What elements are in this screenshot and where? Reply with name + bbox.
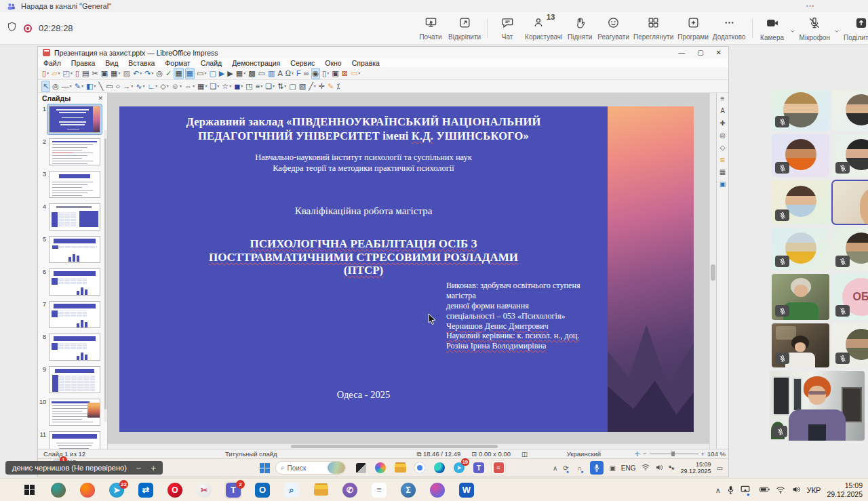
slide-thumbnail-2[interactable]: 2 — [38, 137, 107, 167]
minimize-icon[interactable]: — — [678, 49, 685, 56]
toolbar-icon-31[interactable]: ▭▾ — [350, 68, 361, 79]
toolbar-icon-17[interactable]: ▶ — [218, 68, 225, 79]
menu-Вставка[interactable]: Вставка — [128, 59, 155, 67]
toolbar-icon-11[interactable]: ◎ — [155, 68, 163, 79]
meet-button-camera[interactable]: Камера — [757, 13, 788, 44]
toolbar-icon-11[interactable]: ◇▾ — [159, 81, 169, 92]
host-app-telegram[interactable]: ➤22 — [108, 481, 125, 499]
tray-chevron-icon[interactable]: ∧ — [553, 464, 557, 472]
shared-app-explorer[interactable] — [393, 461, 407, 475]
toolbar-icon-6[interactable]: ▭ — [105, 81, 113, 92]
toolbar-icon-28[interactable]: ▯▾ — [321, 68, 330, 79]
toolbar-icon-7[interactable]: ○ — [115, 81, 121, 92]
toolbar-icon-4[interactable]: ◧▾ — [85, 81, 96, 92]
shared-app-teams[interactable]: T — [472, 461, 486, 475]
participant-tile-10[interactable]: ОБ — [832, 274, 868, 320]
vertical-scrollbar[interactable] — [709, 93, 716, 449]
toolbar-icon-12[interactable]: ✓ — [165, 68, 172, 79]
tray-wifi-icon[interactable] — [642, 464, 650, 472]
toolbar-icon-27[interactable]: ◉ — [311, 68, 321, 79]
participant-tile-2[interactable] — [832, 90, 868, 131]
maximize-icon[interactable]: ▢ — [697, 49, 703, 56]
tray-sync-icon[interactable]: ⟳● — [563, 464, 572, 472]
toolbar-icon-14[interactable]: ▦▾ — [197, 81, 208, 92]
host-app-copilot[interactable] — [429, 481, 446, 499]
shared-app-chrome[interactable] — [413, 461, 427, 475]
menu-Файл[interactable]: Файл — [43, 59, 61, 67]
host-app-word[interactable]: W — [458, 481, 475, 499]
toolbar-icon-3[interactable]: ▯ — [75, 68, 80, 79]
menu-Слайд[interactable]: Слайд — [201, 59, 222, 67]
slide-1-canvas[interactable]: Державний заклад «ПІВДЕННОУКРАЇНСЬКИЙ НА… — [119, 106, 694, 432]
shared-app-telegram[interactable]: ➤19 — [452, 461, 466, 475]
host-tray-mic-icon[interactable] — [727, 485, 734, 496]
meet-button-mic[interactable]: Мікрофон — [797, 13, 832, 44]
tray-snip-icon[interactable]: ▣ — [609, 464, 615, 472]
slide-thumbnail-10[interactable]: 10 — [38, 397, 107, 427]
participant-tile-7[interactable] — [772, 228, 829, 270]
slide-thumbnail-8[interactable]: 8 — [38, 332, 107, 362]
sidebar-deck-icon-2[interactable]: ✚ — [719, 120, 725, 127]
meet-button-people[interactable]: 13Користувачі — [523, 13, 564, 44]
participant-tile-11[interactable] — [772, 323, 829, 367]
tray-language[interactable]: ENG — [621, 464, 636, 472]
shared-app-edge[interactable] — [433, 461, 446, 475]
menu-Сервис[interactable]: Сервис — [290, 59, 315, 67]
toolbar-icon-22[interactable]: ▥ — [267, 68, 275, 79]
toolbar-icon-15[interactable]: ❑▾ — [209, 81, 220, 92]
participant-video-presenter[interactable] — [770, 371, 865, 441]
toolbar-icon-9[interactable]: ∿▾ — [135, 81, 145, 92]
toolbar-icon-22[interactable]: ▢ — [288, 81, 296, 92]
participant-tile-4[interactable] — [832, 134, 868, 177]
tray-headset-icon[interactable]: ∩● — [577, 464, 585, 472]
toolbar-icon-15[interactable]: ▭▾ — [196, 68, 207, 79]
toolbar-icon-25[interactable]: F — [296, 68, 302, 79]
toolbar-icon-12[interactable]: ☺▾ — [171, 81, 182, 92]
toolbar-icon-7[interactable]: ▦▾ — [110, 68, 121, 79]
shared-app-impress[interactable]: ≡ — [492, 461, 505, 475]
menu-Окно[interactable]: Окно — [325, 59, 341, 67]
toolbar-icon-29[interactable]: ▣ — [331, 68, 339, 79]
host-tray-wifi-icon[interactable] — [776, 486, 785, 495]
sidebar-deck-icon-4[interactable]: ◇ — [720, 144, 726, 151]
slide-thumbnail-3[interactable]: 3 — [38, 169, 107, 199]
host-tray-language[interactable]: УКР — [807, 486, 821, 494]
slide-panel-scrollbar[interactable] — [104, 130, 107, 422]
toolbar-icon-19[interactable]: ▦▾ — [235, 68, 246, 79]
sidebar-deck-icon-7[interactable]: ▣ — [719, 181, 726, 188]
host-tray-screenshare-icon[interactable]: ● — [741, 485, 753, 495]
toolbar-icon-3[interactable]: ✎▾ — [74, 81, 84, 92]
meet-button-raise-hand[interactable]: Підняти — [564, 13, 595, 44]
meet-button-apps[interactable]: Програми — [675, 13, 711, 44]
horizontal-scrollbar[interactable] — [108, 443, 709, 449]
toolbar-icon-0[interactable]: ↖ — [41, 81, 50, 92]
toolbar-icon-25[interactable]: ✛ — [318, 81, 326, 92]
tray-mic-active-button[interactable] — [590, 461, 604, 475]
zoom-in-button[interactable]: + — [151, 463, 156, 473]
chevron-down-icon[interactable] — [789, 25, 796, 32]
tray-app-icon[interactable]: 🐾︎ — [669, 464, 675, 472]
close-icon[interactable]: ✕ — [716, 49, 722, 56]
menu-Вид[interactable]: Вид — [105, 59, 118, 67]
toolbar-icon-24[interactable]: ╱▾ — [308, 81, 317, 92]
host-app-snip[interactable]: ✂ — [195, 481, 213, 499]
window-more-icon[interactable]: ⋯ — [806, 1, 815, 11]
toolbar-icon-8[interactable]: ▨ — [123, 68, 131, 79]
toolbar-icon-13[interactable]: ▦ — [174, 68, 183, 79]
sidebar-deck-icon-3[interactable]: ◎ — [719, 132, 726, 139]
status-language[interactable]: Украинский — [533, 450, 635, 458]
participant-tile-8[interactable] — [832, 228, 868, 270]
toolbar-icon-21[interactable]: ▭ — [258, 68, 266, 79]
host-tray-clock[interactable]: 15:0929.12.2025 — [827, 481, 863, 498]
toolbar-icon-21[interactable]: ⇅▾ — [277, 81, 287, 92]
menu-Формат[interactable]: Формат — [165, 59, 190, 67]
shared-app-task-view[interactable] — [354, 461, 368, 475]
leave-button[interactable]: Вийти — [860, 27, 868, 54]
host-tray-chevron-icon[interactable]: ∧ — [715, 486, 721, 495]
toolbar-icon-23[interactable]: A — [277, 68, 283, 79]
toolbar-icon-16[interactable]: ☆▾ — [221, 81, 232, 92]
toolbar-icon-18[interactable]: ▶ — [226, 68, 233, 79]
toolbar-icon-18[interactable]: ◳ — [245, 81, 253, 92]
host-app-outlook[interactable]: O — [254, 481, 271, 499]
sidebar-deck-icon-5[interactable]: ≣ — [719, 157, 725, 163]
